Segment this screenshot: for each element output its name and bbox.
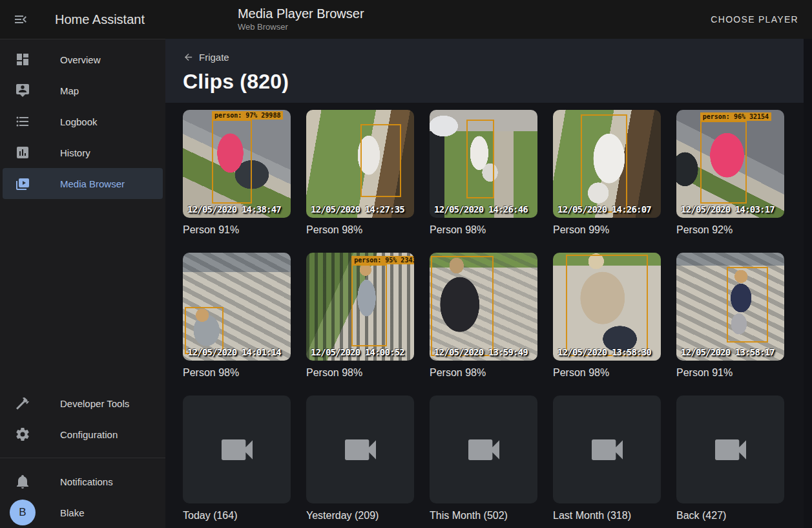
menu-open-icon[interactable] [5, 4, 36, 35]
media-grid: person: 97% 2998812/05/2020 14:38:47Pers… [165, 103, 812, 522]
clip-caption: Person 92% [676, 224, 784, 236]
gear-icon [15, 427, 30, 442]
video-camera-icon [216, 429, 258, 470]
logbook-icon [15, 114, 30, 129]
sidebar-item-logbook[interactable]: Logbook [3, 106, 163, 137]
sidebar-item-history[interactable]: History [3, 137, 163, 168]
clip-item[interactable]: 12/05/2020 14:26:07Person 99% [553, 110, 661, 236]
sidebar-item-overview[interactable]: Overview [3, 44, 163, 75]
clip-timestamp: 12/05/2020 14:38:47 [187, 204, 281, 215]
hammer-icon [15, 396, 30, 411]
user-name: Blake [60, 507, 85, 518]
sidebar-footer-nav: Developer ToolsConfiguration [0, 388, 165, 450]
clip-caption: Person 99% [553, 224, 661, 236]
folder-item[interactable]: Last Month (318) [553, 396, 661, 522]
clip-timestamp: 12/05/2020 14:26:07 [557, 204, 651, 215]
clip-thumbnail: person: 96% 3215412/05/2020 14:03:17 [676, 110, 784, 218]
detection-box: person: 97% 29988 [212, 120, 252, 204]
sidebar-divider [0, 458, 165, 458]
folder-caption: Back (427) [676, 509, 784, 522]
clip-timestamp: 12/05/2020 13:58:17 [681, 347, 775, 357]
clip-thumbnail: 12/05/2020 14:26:07 [553, 110, 661, 218]
sidebar-item-configuration[interactable]: Configuration [3, 419, 163, 450]
app-title: Home Assistant [55, 12, 145, 27]
avatar: B [10, 500, 36, 525]
sidebar-item-label: History [60, 147, 90, 158]
media-browser-header: Frigate Clips (820) [165, 39, 812, 103]
sidebar-item-label: Notifications [60, 476, 113, 487]
arrow-left-icon [183, 52, 194, 63]
folder-caption: Yesterday (209) [306, 509, 414, 522]
detection-label: person: 95% 23432 [351, 256, 414, 264]
folder-item[interactable]: This Month (502) [430, 396, 537, 522]
clip-caption: Person 91% [183, 224, 291, 236]
clip-item[interactable]: 12/05/2020 13:58:17Person 91% [676, 253, 784, 379]
detection-box [431, 256, 494, 356]
clip-caption: Person 91% [676, 366, 784, 379]
sidebar-item-notifications[interactable]: Notifications [3, 466, 163, 497]
map-icon [15, 83, 30, 98]
scrollbar-gutter [804, 39, 812, 528]
breadcrumb[interactable]: Frigate [183, 52, 229, 63]
folder-caption: Today (164) [183, 509, 291, 522]
video-camera-icon [710, 429, 751, 470]
page-heading: Clips (820) [183, 70, 795, 94]
sidebar-item-media-browser[interactable]: Media Browser [3, 168, 163, 199]
folder-item[interactable]: Yesterday (209) [306, 396, 414, 522]
detection-label: person: 97% 29988 [212, 111, 283, 120]
clip-item[interactable]: 12/05/2020 13:58:30Person 98% [553, 253, 661, 379]
clip-thumbnail: person: 97% 2998812/05/2020 14:38:47 [183, 110, 291, 218]
video-camera-icon [587, 429, 628, 470]
sidebar-item-label: Map [60, 85, 79, 96]
clip-caption: Person 98% [306, 224, 414, 236]
folder-thumbnail [430, 396, 537, 503]
video-camera-icon [340, 429, 381, 470]
folder-thumbnail [676, 396, 784, 503]
clip-thumbnail: 12/05/2020 14:01:14 [183, 253, 291, 361]
media-browser-panel: Frigate Clips (820) person: 97% 2998812/… [165, 39, 812, 528]
clip-timestamp: 12/05/2020 13:59:49 [434, 347, 528, 357]
clip-timestamp: 12/05/2020 14:00:52 [311, 347, 404, 357]
sidebar-item-label: Logbook [60, 116, 98, 127]
page-title: Media Player Browser [238, 6, 364, 21]
clip-caption: Person 98% [553, 366, 661, 379]
detection-box [727, 267, 767, 343]
detection-box [581, 114, 627, 213]
sidebar-item-label: Media Browser [60, 178, 125, 189]
detection-box: person: 95% 23432 [351, 264, 387, 346]
clip-timestamp: 12/05/2020 14:03:17 [681, 204, 775, 215]
clip-thumbnail: person: 95% 2343212/05/2020 14:00:52 [306, 253, 414, 361]
sidebar: OverviewMapLogbookHistoryMedia Browser D… [0, 39, 165, 528]
sidebar-item-user[interactable]: B Blake [3, 497, 163, 528]
sidebar-item-label: Overview [60, 54, 101, 65]
page-title-block: Media Player Browser Web Browser [238, 6, 364, 33]
clip-item[interactable]: 12/05/2020 14:01:14Person 98% [183, 253, 291, 379]
clip-item[interactable]: person: 95% 2343212/05/2020 14:00:52Pers… [306, 253, 414, 379]
clip-caption: Person 98% [306, 366, 414, 379]
detection-box [466, 120, 494, 198]
video-camera-icon [463, 429, 505, 470]
clip-caption: Person 98% [430, 366, 537, 379]
detection-box [360, 124, 401, 198]
clip-thumbnail: 12/05/2020 14:26:46 [430, 110, 537, 218]
folder-caption: Last Month (318) [553, 509, 661, 522]
sidebar-item-map[interactable]: Map [3, 75, 163, 106]
bell-icon [15, 474, 30, 489]
clip-item[interactable]: 12/05/2020 13:59:49Person 98% [430, 253, 537, 379]
folder-thumbnail [183, 396, 291, 503]
folder-caption: This Month (502) [430, 509, 537, 522]
clip-thumbnail: 12/05/2020 13:58:17 [676, 253, 784, 361]
clip-item[interactable]: 12/05/2020 14:26:46Person 98% [430, 110, 537, 236]
clip-thumbnail: 12/05/2020 13:59:49 [430, 253, 537, 361]
sidebar-item-developer-tools[interactable]: Developer Tools [3, 388, 163, 419]
choose-player-button[interactable]: CHOOSE PLAYER [705, 8, 804, 30]
folder-item[interactable]: Today (164) [183, 396, 291, 522]
sidebar-item-label: Developer Tools [60, 398, 129, 409]
folder-item[interactable]: Back (427) [676, 396, 784, 522]
clip-item[interactable]: 12/05/2020 14:27:35Person 98% [306, 110, 414, 236]
home-assistant-window: Home Assistant Media Player Browser Web … [0, 0, 812, 528]
clip-item[interactable]: person: 97% 2998812/05/2020 14:38:47Pers… [183, 110, 291, 236]
detection-box: person: 96% 32154 [700, 121, 747, 204]
folder-thumbnail [306, 396, 414, 503]
clip-item[interactable]: person: 96% 3215412/05/2020 14:03:17Pers… [676, 110, 784, 236]
